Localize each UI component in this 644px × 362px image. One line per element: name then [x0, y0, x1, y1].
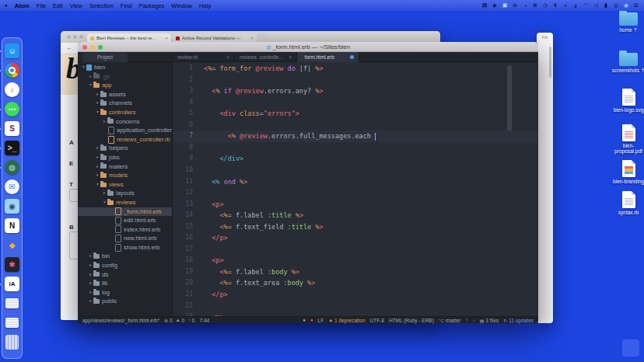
- code-line-19[interactable]: 19 <%= f.label :body %>: [173, 266, 538, 278]
- line-number[interactable]: 15: [173, 221, 193, 233]
- status-file-path[interactable]: app/views/reviews/_form.html.erb*: [82, 318, 159, 323]
- menu-item-file[interactable]: File: [37, 2, 46, 9]
- lint-errors[interactable]: ⊘0: [164, 318, 173, 323]
- shield-icon[interactable]: ◈: [492, 2, 498, 9]
- dock-app-notion[interactable]: N: [4, 216, 20, 235]
- encoding[interactable]: UTF-8: [370, 318, 384, 323]
- chevron-right-icon[interactable]: ▸: [88, 261, 93, 270]
- notification-center-icon[interactable]: ☰: [633, 2, 639, 9]
- plus-circle-icon[interactable]: ⊕: [532, 2, 538, 9]
- chevron-right-icon[interactable]: ▸: [95, 162, 100, 172]
- line-number[interactable]: 16: [173, 232, 193, 244]
- chevron-down-icon[interactable]: ▾: [95, 108, 100, 117]
- tree-item--git[interactable]: ▸.git: [78, 72, 172, 82]
- chevron-right-icon[interactable]: ▸: [88, 288, 93, 298]
- chevron-right-icon[interactable]: ▸: [102, 189, 107, 198]
- tree-item-models[interactable]: ▸models: [78, 171, 172, 180]
- desktop-item-bottom-right[interactable]: [622, 339, 639, 357]
- code-line-16[interactable]: 16 </p>: [173, 232, 538, 244]
- menu-item-selection[interactable]: Selection: [89, 2, 114, 9]
- bluetooth-icon[interactable]: ♯: [572, 3, 579, 9]
- menu-item-window[interactable]: Window: [171, 2, 192, 9]
- chevron-right-icon[interactable]: ▸: [95, 144, 100, 153]
- dock-app-chrome[interactable]: [4, 61, 20, 80]
- tree-item-public[interactable]: ▸public: [78, 297, 172, 306]
- health-icon[interactable]: +: [562, 3, 569, 9]
- tree-item-channels[interactable]: ▸channels: [78, 99, 172, 108]
- desktop-icon-bien-proposal-file[interactable]: bien-proposal.pdf: [608, 124, 644, 154]
- line-number[interactable]: 11: [173, 176, 193, 188]
- tree-item--form-html-erb[interactable]: _form.html.erb: [78, 207, 172, 217]
- line-number[interactable]: 12: [173, 187, 193, 199]
- chevron-right-icon[interactable]: ▸: [102, 117, 107, 127]
- tab-close-icon[interactable]: ×: [226, 54, 229, 60]
- back-button-icon[interactable]: ←: [66, 44, 72, 51]
- battery-icon[interactable]: ▮: [603, 2, 609, 9]
- dock-trash[interactable]: [4, 332, 20, 352]
- status-dot-red[interactable]: ●: [310, 318, 313, 322]
- line-number[interactable]: 13: [173, 199, 193, 211]
- chevron-down-icon[interactable]: ▾: [95, 180, 100, 190]
- tree-item-show-html-erb[interactable]: show.html.erb: [78, 243, 172, 252]
- browser-minimize-button[interactable]: [73, 35, 77, 39]
- code-line-10[interactable]: 10: [173, 165, 538, 176]
- code-line-4[interactable]: 4: [173, 97, 538, 109]
- line-number[interactable]: 20: [173, 277, 193, 289]
- dock-app-mail[interactable]: ✉: [4, 177, 20, 197]
- minimized-window-thumbnail[interactable]: [4, 294, 20, 313]
- line-number[interactable]: 21: [173, 289, 193, 301]
- line-number[interactable]: 19: [173, 266, 193, 278]
- tree-item-helpers[interactable]: ▸helpers: [78, 144, 172, 153]
- dock-app-ia-writer[interactable]: iA: [4, 274, 20, 294]
- line-number[interactable]: 3: [173, 85, 193, 97]
- menu-item-edit[interactable]: Edit: [53, 2, 63, 9]
- desktop-icon-bien-branding-file[interactable]: bien-branding: [608, 160, 644, 184]
- tree-item-bin[interactable]: ▸bin: [78, 252, 172, 261]
- dock-app-terminal[interactable]: >_: [4, 138, 20, 158]
- camera-icon[interactable]: ▤: [481, 2, 488, 9]
- chevron-down-icon[interactable]: ▾: [102, 198, 107, 207]
- line-number[interactable]: 7: [173, 131, 193, 142]
- display-blue-icon[interactable]: ▣: [502, 2, 508, 9]
- do-not-disturb-icon[interactable]: ⊘: [512, 2, 518, 9]
- apple-menu-icon[interactable]: ●: [5, 3, 8, 8]
- code-line-14[interactable]: 14 <%= f.label :title %>: [173, 210, 538, 221]
- tree-item-reviews[interactable]: ▾reviews: [78, 198, 172, 207]
- code-editor[interactable]: 1<%= form_for @review do |f| %>23 <% if …: [173, 62, 538, 316]
- chevron-right-icon[interactable]: ▸: [88, 279, 93, 288]
- line-number[interactable]: 1: [173, 63, 193, 75]
- line-number[interactable]: 22: [173, 301, 193, 312]
- lint-info[interactable]: ◔0: [187, 318, 194, 323]
- desktop-icon-bien-logo-file[interactable]: bien-logo.svg: [608, 89, 644, 113]
- tree-item-lib[interactable]: ▸lib: [78, 279, 172, 288]
- code-line-18[interactable]: 18 <p>: [173, 255, 538, 266]
- files-changed[interactable]: ▤3 files: [480, 318, 499, 323]
- code-line-15[interactable]: 15 <%= f.text_field :title %>: [173, 221, 538, 233]
- code-line-2[interactable]: 2: [173, 75, 538, 86]
- chevron-right-icon[interactable]: ▸: [95, 90, 100, 99]
- line-number[interactable]: 4: [173, 97, 193, 109]
- cursor-position[interactable]: 7:44: [199, 318, 209, 323]
- desktop-icon-syntax-file[interactable]: syntax.rb: [608, 191, 644, 215]
- menu-item-find[interactable]: Find: [121, 2, 132, 9]
- linter-status[interactable]: ⊘0▲0◔0: [164, 318, 194, 323]
- tree-item-db[interactable]: ▸db: [78, 270, 172, 280]
- chevron-right-icon[interactable]: ▸: [88, 270, 93, 280]
- git-branch[interactable]: ⌥master: [439, 318, 461, 323]
- tree-item-log[interactable]: ▸log: [78, 288, 172, 298]
- siri-icon[interactable]: ◉: [623, 2, 629, 9]
- code-line-22[interactable]: 22: [173, 301, 538, 312]
- wifi-icon[interactable]: ◠: [583, 2, 589, 9]
- code-line-21[interactable]: 21 </p>: [173, 289, 538, 301]
- menu-item-help[interactable]: Help: [199, 2, 211, 9]
- tree-item-concerns[interactable]: ▸concerns: [78, 117, 172, 127]
- lint-warnings[interactable]: ▲0: [176, 318, 185, 323]
- dock-app-green-app[interactable]: ◍: [4, 158, 20, 177]
- code-line-11[interactable]: 11 <% end %>: [173, 176, 538, 188]
- code-line-9[interactable]: 9 </div>: [173, 153, 538, 165]
- spotlight-icon[interactable]: ◎: [613, 2, 619, 9]
- editor-tab-review-rb[interactable]: review.rb×: [173, 52, 235, 62]
- chevron-down-icon[interactable]: ▾: [88, 81, 93, 90]
- git-behind[interactable]: ↓: [473, 318, 475, 322]
- menu-item-packages[interactable]: Packages: [138, 2, 164, 9]
